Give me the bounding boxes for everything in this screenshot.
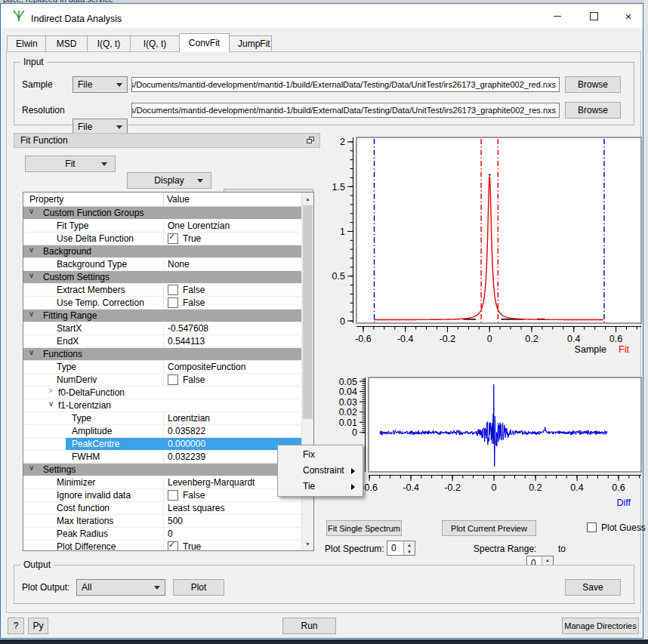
- property-group-row[interactable]: ∨ Custom Function Groups: [23, 207, 301, 220]
- column-property: Property: [29, 194, 63, 205]
- menu-item-fix[interactable]: Fix: [278, 447, 363, 463]
- diff-preview-plot[interactable]: -0.6-0.4-0.200.20.40.600.010.020.030.040…: [325, 370, 648, 517]
- property-row[interactable]: NumDeriv False: [23, 374, 301, 387]
- property-row[interactable]: Plot Difference ✓True: [23, 541, 301, 550]
- sample-browse-button[interactable]: Browse: [565, 76, 621, 93]
- property-row[interactable]: EndX 0.544113: [23, 335, 301, 348]
- property-row[interactable]: Minimizer Levenberg-Marquardt: [23, 476, 301, 489]
- minimize-button[interactable]: [545, 5, 569, 26]
- scrollbar-thumb[interactable]: [303, 205, 313, 419]
- svg-text:0.02: 0.02: [339, 407, 357, 418]
- property-row[interactable]: > f0-DeltaFunction: [23, 387, 301, 399]
- property-row[interactable]: FWHM 0.032239: [23, 451, 301, 464]
- property-row[interactable]: Type CompositeFunction: [23, 361, 301, 374]
- collapsed-chevron-icon[interactable]: >: [48, 387, 53, 395]
- collapse-chevron-icon[interactable]: ∨: [29, 348, 34, 356]
- property-row[interactable]: Fit Type One Lorentzian: [23, 220, 301, 233]
- property-group-row[interactable]: ∨ Background: [23, 245, 301, 258]
- collapse-chevron-icon[interactable]: ∨: [29, 310, 34, 318]
- property-group-row[interactable]: ∨ Custom Settings: [23, 271, 301, 284]
- tab-i-q-t[interactable]: I(Q, t): [87, 35, 131, 52]
- menu-item-tie[interactable]: Tie: [278, 479, 363, 495]
- tab-jumpfit[interactable]: JumpFit: [229, 35, 272, 52]
- plot-guess-label: Plot Guess: [601, 522, 646, 533]
- display-menu-button[interactable]: Display: [127, 172, 211, 189]
- property-row[interactable]: Cost function Least squares: [23, 502, 301, 515]
- unchecked-checkbox[interactable]: [168, 490, 178, 501]
- fit-single-spectrum-button[interactable]: Fit Single Spectrum: [326, 520, 402, 536]
- property-value[interactable]: 0.035822: [163, 426, 301, 438]
- property-row[interactable]: Peak Radius 0: [23, 528, 301, 541]
- property-row[interactable]: Max Iterations 500: [23, 515, 301, 528]
- scroll-up-button[interactable]: ▲: [302, 193, 313, 205]
- property-row[interactable]: Extract Members False: [23, 284, 301, 297]
- svg-text:0.2: 0.2: [529, 482, 542, 493]
- property-row[interactable]: PeakCentre 0.000000: [23, 438, 301, 451]
- property-group-row[interactable]: ∨ Functions: [23, 348, 301, 361]
- sample-fit-preview-plot[interactable]: -0.6-0.4-0.200.20.40.600.511.52FitSample: [325, 134, 648, 361]
- property-value[interactable]: 0: [163, 528, 301, 541]
- tab-convfit[interactable]: ConvFit: [179, 33, 230, 52]
- property-group-row[interactable]: ∨ Fitting Range: [23, 310, 301, 322]
- property-value[interactable]: 0.544113: [163, 336, 301, 348]
- tab-i-q-t-fit[interactable]: I(Q, t) Fit: [130, 35, 180, 52]
- sample-path-field[interactable]: s/Documents/mantid-development/mantid-1/…: [131, 77, 560, 92]
- property-row[interactable]: Ignore invalid data False: [23, 489, 301, 502]
- property-group-row[interactable]: ∨ Settings: [23, 464, 301, 476]
- property-row[interactable]: Amplitude 0.035822: [23, 425, 301, 438]
- property-value[interactable]: False: [163, 285, 301, 297]
- dock-float-icon[interactable]: [307, 137, 315, 144]
- property-row[interactable]: Type Lorentzian: [23, 412, 301, 425]
- collapse-chevron-icon[interactable]: ∨: [29, 207, 34, 215]
- collapse-chevron-icon[interactable]: ∨: [29, 271, 34, 279]
- resolution-path-field[interactable]: s/Documents/mantid-development/mantid-1/…: [131, 103, 560, 118]
- run-button[interactable]: Run: [282, 618, 336, 634]
- property-value[interactable]: Least squares: [163, 503, 301, 515]
- resolution-browse-button[interactable]: Browse: [565, 102, 621, 119]
- checked-checkbox[interactable]: ✓: [168, 541, 178, 550]
- python-button[interactable]: Py: [28, 618, 48, 634]
- menu-item-constraint[interactable]: Constraint: [278, 463, 363, 479]
- checked-checkbox[interactable]: ✓: [168, 233, 178, 244]
- plot-button[interactable]: Plot: [173, 579, 224, 596]
- property-row[interactable]: Background Type None: [23, 258, 301, 271]
- property-value[interactable]: One Lorentzian: [163, 220, 301, 233]
- fit-menu-button[interactable]: Fit: [25, 156, 116, 172]
- unchecked-checkbox[interactable]: [168, 285, 178, 295]
- property-row[interactable]: StartX -0.547608: [23, 322, 301, 335]
- plot-spectrum-spinbox[interactable]: 0 ▲▼: [387, 541, 415, 556]
- svg-text:0.6: 0.6: [612, 482, 625, 493]
- collapse-chevron-icon[interactable]: ∨: [29, 245, 34, 254]
- close-button[interactable]: ×: [616, 5, 640, 26]
- property-value[interactable]: False: [163, 297, 301, 310]
- expanded-chevron-icon[interactable]: ∨: [48, 399, 54, 408]
- property-value[interactable]: None: [163, 259, 301, 271]
- maximize-button[interactable]: [582, 5, 606, 26]
- sample-path-text: s/Documents/mantid-development/mantid-1/…: [131, 80, 556, 89]
- property-value[interactable]: CompositeFunction: [163, 362, 301, 374]
- plot-output-combo[interactable]: All: [76, 579, 165, 596]
- property-table-rows: ∨ Custom Function GroupsFit Type One Lor…: [23, 207, 301, 550]
- property-row[interactable]: ∨ f1-Lorentzian: [23, 399, 301, 412]
- unchecked-checkbox[interactable]: [168, 297, 178, 308]
- collapse-chevron-icon[interactable]: ∨: [29, 464, 34, 472]
- property-value[interactable]: ✓True: [163, 541, 301, 550]
- unchecked-checkbox[interactable]: [168, 374, 178, 385]
- plot-guess-checkbox[interactable]: [587, 522, 597, 532]
- property-row[interactable]: Use Delta Function ✓True: [23, 233, 301, 245]
- property-value[interactable]: Lorentzian: [163, 413, 301, 425]
- manage-directories-button[interactable]: Manage Directories: [562, 618, 639, 634]
- fit-function-menu-buttons: FitDisplaySetup: [0, 0, 91, 50]
- property-value[interactable]: -0.547608: [163, 323, 301, 335]
- property-value[interactable]: 500: [163, 516, 301, 528]
- save-button[interactable]: Save: [565, 579, 621, 596]
- property-row[interactable]: Use Temp. Correction False: [23, 297, 301, 310]
- spinner-arrows-icon[interactable]: ▲▼: [403, 541, 415, 555]
- help-button[interactable]: ?: [8, 618, 24, 634]
- property-value[interactable]: False: [163, 374, 301, 387]
- scroll-down-button[interactable]: ▼: [302, 538, 313, 550]
- sample-source-combo[interactable]: File: [73, 76, 128, 93]
- svg-text:-0.2: -0.2: [444, 482, 461, 493]
- property-value[interactable]: ✓True: [163, 233, 301, 245]
- plot-current-preview-button[interactable]: Plot Current Preview: [442, 520, 536, 536]
